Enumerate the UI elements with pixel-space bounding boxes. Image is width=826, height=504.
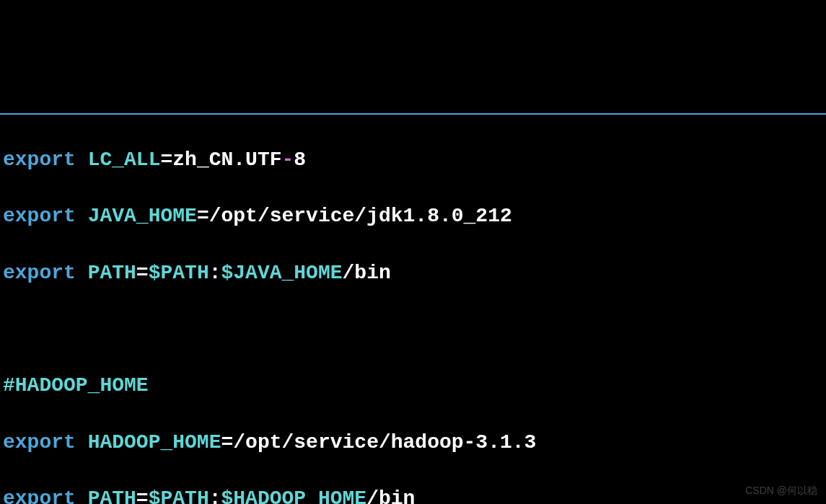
equals: = (197, 205, 209, 227)
code-line: export JAVA_HOME=/opt/service/jdk1.8.0_2… (3, 202, 823, 230)
var-ref-path: $PATH (149, 487, 209, 504)
watermark: CSDN @何以稳 (745, 484, 817, 498)
code-line: export LC_ALL=zh_CN.UTF-8 (3, 146, 823, 174)
value: /opt/service/hadoop-3.1.3 (233, 431, 536, 454)
colon: : (209, 487, 221, 504)
keyword-export: export (3, 205, 76, 227)
terminal-editor[interactable]: export LC_ALL=zh_CN.UTF-8 export JAVA_HO… (0, 113, 826, 504)
var-path: PATH (88, 262, 136, 284)
code-line: export HADOOP_HOME=/opt/service/hadoop-3… (3, 428, 823, 456)
var-ref-path: $PATH (149, 262, 209, 284)
equals: = (136, 262, 149, 284)
code-line: export PATH=$PATH:$JAVA_HOME/bin (3, 259, 823, 287)
var-ref-hadoop-home: $HADOOP_HOME (221, 487, 367, 504)
value: /opt/service/jdk1.8.0_212 (209, 205, 512, 227)
comment-line: #HADOOP_HOME (3, 371, 823, 399)
var-lc-all: LC_ALL (88, 149, 161, 171)
minus: - (282, 149, 294, 171)
var-java-home: JAVA_HOME (88, 205, 197, 227)
keyword-export: export (3, 262, 76, 284)
equals: = (160, 149, 172, 171)
equals: = (221, 431, 233, 454)
value: zh_CN.UTF (172, 149, 281, 171)
var-hadoop-home: HADOOP_HOME (88, 431, 221, 454)
equals: = (136, 487, 149, 504)
var-ref-java-home: $JAVA_HOME (221, 262, 343, 284)
comment: #HADOOP_HOME (3, 374, 149, 397)
value: 8 (294, 149, 306, 171)
keyword-export: export (3, 487, 76, 504)
colon: : (209, 262, 221, 284)
code-line: export PATH=$PATH:$HADOOP_HOME/bin (3, 485, 823, 504)
keyword-export: export (3, 149, 76, 171)
keyword-export: export (3, 431, 76, 454)
var-path: PATH (88, 487, 136, 504)
path-suffix: /bin (343, 262, 391, 284)
path-suffix: /bin (366, 487, 415, 504)
blank-line (3, 315, 823, 343)
